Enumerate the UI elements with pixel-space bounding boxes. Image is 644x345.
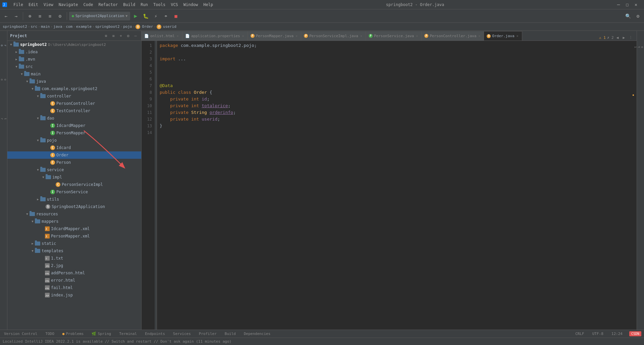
services-btn[interactable]: Services xyxy=(172,331,192,337)
breadcrumb-springboot2-pkg[interactable]: springboot2 xyxy=(95,24,120,29)
build-btn[interactable]: Build xyxy=(223,331,237,337)
tree-person-controller[interactable]: ▶ C PersonController xyxy=(7,100,141,107)
tree-service[interactable]: ▼ service xyxy=(7,166,141,174)
tree-dao[interactable]: ▼ dao xyxy=(7,115,141,122)
menu-run[interactable]: Run xyxy=(138,0,151,9)
forward-btn[interactable]: → xyxy=(11,11,21,21)
maximize-btn[interactable]: □ xyxy=(623,1,631,9)
tree-idcard-mapper[interactable]: ▶ I IdcardMapper xyxy=(7,122,141,129)
tab-person-mapper-close[interactable]: × xyxy=(295,34,298,38)
settings-btn[interactable]: ⚙ xyxy=(55,11,65,21)
tree-person-service[interactable]: ▶ I PersonService xyxy=(7,188,141,196)
tab-ps-close[interactable]: × xyxy=(415,34,419,38)
tree-person[interactable]: ▶ C Person xyxy=(7,159,141,166)
tab-onlist-close[interactable]: × xyxy=(176,34,179,38)
tree-utils[interactable]: ▶ utils xyxy=(7,196,141,203)
tree-java[interactable]: ▼ java xyxy=(7,78,141,85)
tree-idcard[interactable]: ▶ C Idcard xyxy=(7,144,141,151)
tree-resources[interactable]: ▼ resources xyxy=(7,210,141,218)
tree-static[interactable]: ▶ static xyxy=(7,240,141,247)
tab-app-props-close[interactable]: × xyxy=(241,34,245,38)
breadcrumb-com[interactable]: com xyxy=(66,24,72,29)
tree-fail[interactable]: ▶ HTML fail.html xyxy=(7,284,141,291)
back-btn[interactable]: ← xyxy=(1,11,11,21)
charset-btn[interactable]: UTF-8 xyxy=(591,331,605,337)
tree-com-example[interactable]: ▼ com.example.springboot2 xyxy=(7,85,141,92)
tree-addperson[interactable]: ▶ HTML addPerson.html xyxy=(7,269,141,277)
tree-root[interactable]: ▼ springboot2 D:\Users\Admin\springboot2 xyxy=(7,41,141,48)
coverage-btn[interactable]: ☂ xyxy=(161,11,170,21)
tab-app-props[interactable]: 📄 application.properties × xyxy=(182,31,248,41)
stop-btn[interactable]: ■ xyxy=(171,11,180,21)
menu-refactor[interactable]: Refactor xyxy=(96,0,120,9)
tab-psi-close[interactable]: × xyxy=(360,34,363,38)
tree-person-xml[interactable]: ▶ X PersonMapper.xml xyxy=(7,232,141,240)
expand-btn[interactable]: ⊕ xyxy=(25,11,35,21)
menu-tools[interactable]: Tools xyxy=(151,0,168,9)
breadcrumb-main[interactable]: main xyxy=(41,24,50,29)
tree-idea[interactable]: ▶ .idea xyxy=(7,48,141,56)
search-everywhere-btn[interactable]: 🔍 xyxy=(623,11,633,21)
sidebar-minimize-icon[interactable]: — xyxy=(132,33,139,39)
tree-order[interactable]: ▶ C Order xyxy=(7,151,141,159)
endpoints-btn[interactable]: Endpoints xyxy=(144,331,166,337)
breadcrumb-pojo[interactable]: pojo xyxy=(123,24,132,29)
breadcrumb-order-label[interactable]: Order xyxy=(142,24,153,29)
tab-person-mapper[interactable]: P PersonMapper.java × xyxy=(248,31,302,41)
version-control-btn[interactable]: Version Control xyxy=(3,331,39,337)
profiler-btn[interactable]: Profiler xyxy=(198,331,218,337)
todo-btn[interactable]: TODO xyxy=(44,331,56,337)
settings-gear-btn[interactable]: ⚙ xyxy=(633,11,643,21)
run-btn[interactable]: ▶ xyxy=(131,11,140,21)
tab-scroll-left-btn[interactable]: ◀ xyxy=(615,35,620,41)
breadcrumb-springboot2[interactable]: springboot2 xyxy=(3,24,27,29)
tree-1txt[interactable]: ▶ T 1.txt xyxy=(7,255,141,262)
encoding-btn[interactable]: CRLF xyxy=(574,331,586,337)
tree-idcard-xml[interactable]: ▶ X IdcardMapper.xml xyxy=(7,225,141,232)
menu-code[interactable]: Code xyxy=(81,0,96,9)
tree-mvn[interactable]: ▶ .mvn xyxy=(7,56,141,63)
breadcrumb-userid-label[interactable]: userid xyxy=(163,24,176,29)
tree-person-mapper[interactable]: ▶ I PersonMapper xyxy=(7,129,141,137)
tab-person-service[interactable]: P PersonService.java × xyxy=(366,31,422,41)
spring-btn[interactable]: 🌿 Spring xyxy=(90,331,112,337)
sidebar-gear-icon[interactable]: ⚙ xyxy=(125,33,131,39)
tab-order[interactable]: O Order.java × xyxy=(484,31,522,41)
breadcrumb-order[interactable]: O Order xyxy=(136,24,153,29)
sidebar-collapse-icon[interactable]: ≡ xyxy=(110,33,116,39)
menu-window[interactable]: Window xyxy=(181,0,201,9)
dependencies-btn[interactable]: Dependencies xyxy=(243,331,272,337)
tree-app[interactable]: ▶ S Springboot2Application xyxy=(7,203,141,210)
tree-src[interactable]: ▼ src xyxy=(7,63,141,70)
csdn-badge[interactable]: CSDN xyxy=(629,331,641,336)
menu-edit[interactable]: Edit xyxy=(26,0,41,9)
tree-person-service-impl[interactable]: ▶ C PersonServiceImpl xyxy=(7,181,141,188)
menu-build[interactable]: Build xyxy=(120,0,138,9)
run-config-dropdown[interactable]: ● Springboot2Application ▼ xyxy=(69,12,130,20)
tree-test-controller[interactable]: ▶ C TestController xyxy=(7,107,141,115)
menu-help[interactable]: Help xyxy=(201,0,216,9)
tree-mappers[interactable]: ▼ mappers xyxy=(7,218,141,225)
menu-vcs[interactable]: VCS xyxy=(168,0,181,9)
bookmarks-icon[interactable]: Book xyxy=(0,66,7,93)
tree-error[interactable]: ▶ HTML error.html xyxy=(7,277,141,284)
tab-order-close[interactable]: × xyxy=(516,34,519,38)
sidebar-scroll-icon[interactable]: ⌖ xyxy=(118,33,124,39)
tree-impl[interactable]: ▼ impl xyxy=(7,174,141,181)
tab-pc-close[interactable]: × xyxy=(478,34,481,38)
problems-btn[interactable]: ● Problems xyxy=(61,331,85,337)
code-editor[interactable]: package com.example.springboot2.pojo; im… xyxy=(157,41,633,330)
collapse-btn[interactable]: ≡ xyxy=(35,11,45,21)
minimize-btn[interactable]: ─ xyxy=(614,1,623,9)
tab-person-controller[interactable]: P PersonController.java × xyxy=(422,31,484,41)
breadcrumb-example[interactable]: example xyxy=(76,24,92,29)
breadcrumb-java[interactable]: java xyxy=(53,24,62,29)
menu-file[interactable]: File xyxy=(11,0,26,9)
tree-pojo[interactable]: ▼ pojo xyxy=(7,137,141,144)
tree-main[interactable]: ▼ main xyxy=(7,70,141,78)
terminal-btn[interactable]: Terminal xyxy=(118,331,138,337)
tree-2jpg[interactable]: ▶ JPG 2.jpg xyxy=(7,262,141,269)
project-icon[interactable]: Proj xyxy=(0,32,7,59)
tree-templates[interactable]: ▼ templates xyxy=(7,247,141,255)
tab-menu-btn[interactable]: ⋮ xyxy=(628,35,634,41)
